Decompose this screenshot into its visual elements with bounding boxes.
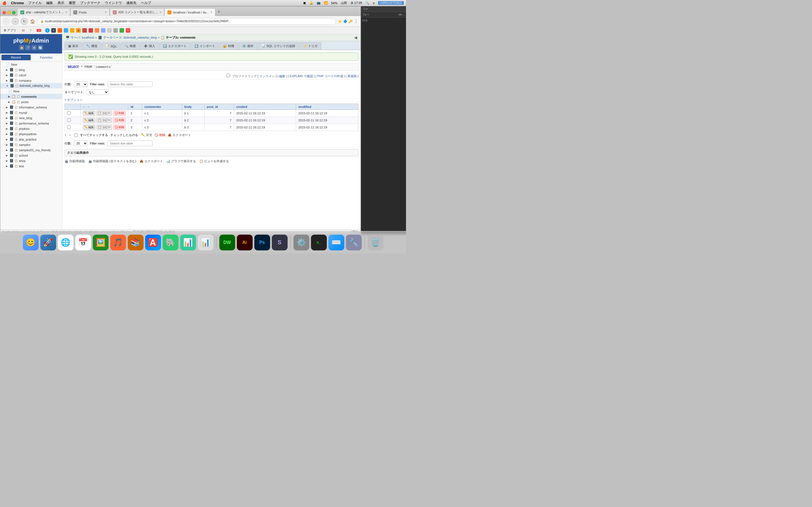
view-link[interactable]: 📋 ビューを作成する xyxy=(199,159,229,163)
bookmark-feedly[interactable]: f xyxy=(29,28,33,33)
dock-music[interactable]: 🎵 xyxy=(110,235,126,250)
new-tab-button[interactable]: + xyxy=(215,9,222,16)
search-icon[interactable]: 🔍 xyxy=(365,1,369,5)
sidebar-item-mysql[interactable]: ▶ 🗄️ 📋 mysql xyxy=(0,110,62,115)
check-all-label[interactable]: すべてチェックする xyxy=(80,133,108,137)
edit-btn-1[interactable]: ✏️ 編集 xyxy=(83,118,96,123)
tab-privileges[interactable]: 🔐 特権 xyxy=(219,42,238,50)
sidebar-item-phpkiso[interactable]: ▶ 🗄️ 📋 phpkiso xyxy=(0,126,62,131)
col-post-id[interactable]: post_id xyxy=(204,104,234,110)
tab-triggers[interactable]: ⚡ トリガ xyxy=(299,42,321,50)
tab-pma[interactable]: p localhost / localhost / do... × xyxy=(164,8,215,16)
sidebar-item-comments[interactable]: ▶ 📋 📋 comments xyxy=(0,94,62,99)
menu-help[interactable]: ヘルプ xyxy=(141,1,151,5)
refresh-button[interactable]: ↻ xyxy=(20,18,28,25)
sidebar-tab-recent[interactable]: Recent xyxy=(1,55,31,60)
bookmark-tumblr[interactable]: t xyxy=(51,28,56,33)
tab-operations[interactable]: ⚙️ 操作 xyxy=(239,42,257,50)
menu-file[interactable]: ファイル xyxy=(28,1,42,5)
breadcrumb-server[interactable]: サーバ: localhost xyxy=(71,36,94,40)
tab-insert[interactable]: ➕ 挿入 xyxy=(140,42,159,50)
copy-btn-2[interactable]: 📋 コピー xyxy=(96,125,112,130)
tab-close-php[interactable]: × xyxy=(65,11,67,14)
print-full-link[interactable]: 🖨️ 印刷用画面 (全テキストを含む) xyxy=(88,159,136,163)
col-commenter[interactable]: commenter xyxy=(142,104,182,110)
filter-input-bottom[interactable] xyxy=(107,140,153,146)
export-btn[interactable]: 📤 エクスポート xyxy=(168,133,191,137)
url-bar[interactable]: 🔒 localhost/phpmyadmin/sql.php?db=dotins… xyxy=(37,18,336,25)
sidebar-item-new[interactable]: 📄 New xyxy=(0,62,62,67)
rows-select-top[interactable]: 25 50 100 xyxy=(74,81,88,87)
col-body[interactable]: body xyxy=(182,104,204,110)
bookmark-misc6[interactable] xyxy=(95,28,99,33)
dock-photoshop[interactable]: Ps xyxy=(254,235,270,250)
bookmark-misc5[interactable] xyxy=(89,28,93,33)
col-created[interactable]: created xyxy=(234,104,296,110)
control-icon[interactable]: ≡ xyxy=(373,1,374,5)
menu-window[interactable]: ウインドウ xyxy=(105,1,122,5)
dock-illustrator[interactable]: Ai xyxy=(237,235,253,250)
dock-books[interactable]: 📚 xyxy=(128,235,144,250)
tab-search[interactable]: 🔍 検索 xyxy=(121,42,140,50)
delete-btn[interactable]: 🚫 削除 xyxy=(154,133,165,137)
sidebar-item-shop[interactable]: ▶ 🗄️ 📋 shop xyxy=(0,158,62,163)
inline-link[interactable]: インライン xyxy=(259,74,275,78)
sidebar-item-cdcol[interactable]: ▶ 🗄️ 📋 cdcol xyxy=(0,72,62,78)
dock-evernote[interactable]: 🐘 xyxy=(163,235,179,250)
forward-button[interactable]: → xyxy=(11,18,19,25)
sidebar-item-dotinstall[interactable]: ▼ 🗄️ 📋 dotinstall_cakephp_blog xyxy=(0,83,62,89)
menu-contacts[interactable]: 連絡先 xyxy=(126,1,137,5)
sidebar-item-samples01[interactable]: ▶ 🗄️ 📋 samples01_my_friends xyxy=(0,147,62,153)
sidebar-item-new2[interactable]: 📄 New xyxy=(0,89,62,94)
tab-comment[interactable]: c #28 コメント一覧を表示し... × xyxy=(110,8,164,16)
dock-trash[interactable]: 🗑️ xyxy=(368,235,384,250)
edit-btn-0[interactable]: ✏️ 編集 xyxy=(83,111,96,116)
right-panel-tab-co[interactable]: Co × vie... xyxy=(361,12,406,17)
tab-php[interactable]: p php - cakephpでコメント... × xyxy=(17,8,70,16)
check-all-checkbox[interactable] xyxy=(74,133,78,137)
sidebar-item-posts[interactable]: ▶ 📋 📋 posts xyxy=(0,99,62,105)
col-id[interactable]: id xyxy=(128,104,142,110)
dock-dreamweaver[interactable]: DW xyxy=(219,235,235,250)
maximize-button[interactable] xyxy=(12,11,15,14)
sidebar-item-test[interactable]: ▶ 🗄️ 📋 test xyxy=(0,163,62,169)
sidebar-item-school[interactable]: ▶ 🗄️ 📋 school xyxy=(0,153,62,158)
extension-icon-3[interactable]: 🔑 xyxy=(349,19,353,23)
dock-numbers[interactable]: 📊 xyxy=(180,235,196,250)
app-name[interactable]: Chrome xyxy=(11,1,24,5)
sidebar-tab-favorites[interactable]: Favorites xyxy=(32,55,61,60)
tab-export[interactable]: ⬆️ エクスポート xyxy=(159,42,190,50)
minimize-button[interactable] xyxy=(7,11,11,14)
rows-select-bottom[interactable]: 25 50 100 xyxy=(74,140,88,146)
edit-link[interactable]: 編集 xyxy=(279,74,285,78)
chart-link[interactable]: 📊 グラフで表示する xyxy=(166,159,196,163)
sidebar-item-performance[interactable]: ▶ 🗄️ 📋 performance_schema xyxy=(0,121,62,126)
dock-keynote[interactable]: 📊 xyxy=(198,235,213,250)
bookmark-misc10[interactable] xyxy=(119,28,124,33)
tab-tracking[interactable]: 📊 SQL コマンドの追跡 xyxy=(258,42,299,50)
sidebar-item-samples[interactable]: ▶ 🗄️ 📋 samples xyxy=(0,142,62,147)
copy-btn-0[interactable]: 📋 コピー xyxy=(96,111,112,116)
back-button[interactable]: ← xyxy=(3,18,10,25)
tab-close-pma[interactable]: × xyxy=(211,11,212,14)
tab-close-comment[interactable]: × xyxy=(160,11,161,14)
row-checkbox-1[interactable] xyxy=(65,117,81,124)
tab-close-posts[interactable]: × xyxy=(105,11,107,14)
dock-calendar[interactable]: 📅 xyxy=(75,235,91,250)
plus-options[interactable]: + オプション xyxy=(62,97,361,104)
apple-menu[interactable]: 🍎 xyxy=(2,1,6,5)
dock-terminal[interactable]: >_ xyxy=(311,235,327,250)
arrow-left[interactable]: ← xyxy=(83,105,86,108)
menu-bookmarks[interactable]: ブックマーク xyxy=(80,1,100,5)
col-modified[interactable]: modified xyxy=(296,104,358,110)
profiling-checkbox[interactable] xyxy=(226,73,230,77)
bookmark-twitter[interactable]: t xyxy=(45,28,50,33)
change-btn[interactable]: ✏️ 変更 xyxy=(141,133,152,137)
extension-icon-1[interactable]: ⭐ xyxy=(338,19,342,23)
tab-view[interactable]: ▦ 表示 xyxy=(64,42,82,50)
breadcrumb-collapse-btn[interactable]: ◀ xyxy=(354,35,357,40)
dock-suitcase[interactable]: S xyxy=(272,235,288,250)
bookmark-misc8[interactable] xyxy=(107,28,112,33)
delete-btn-2[interactable]: 🚫 削除 xyxy=(113,125,126,130)
bookmark-amazon[interactable]: a xyxy=(76,28,81,33)
